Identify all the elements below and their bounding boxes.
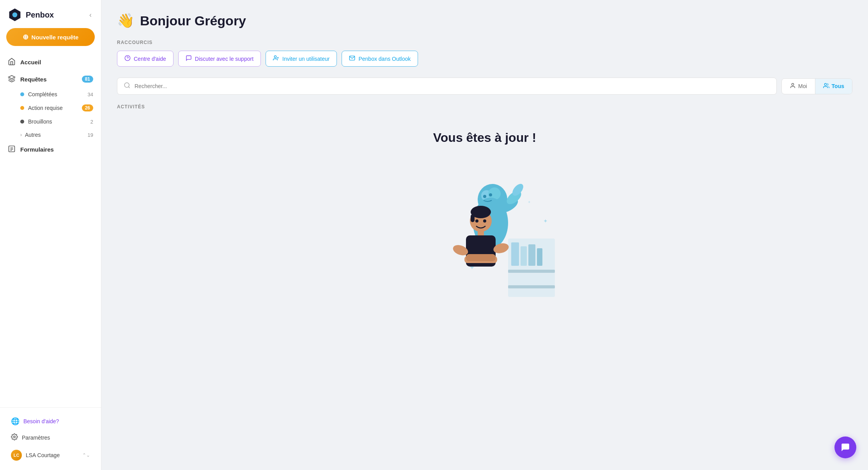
- svg-text:✦: ✦: [528, 200, 531, 204]
- shortcuts-row: Centre d'aide Discuter avec le support I…: [117, 51, 852, 67]
- help-icon: 🌐: [11, 417, 19, 426]
- penbox-logo-icon: [8, 8, 22, 22]
- svg-rect-23: [508, 285, 555, 288]
- svg-point-36: [489, 193, 492, 196]
- svg-rect-39: [471, 214, 475, 222]
- requetes-label: Requêtes: [20, 76, 82, 83]
- sidebar-item-requetes[interactable]: Requêtes 81: [3, 71, 98, 87]
- up-to-date-illustration: ✦ ✦ ✦ ✦: [403, 161, 567, 309]
- svg-point-35: [483, 195, 486, 198]
- shortcut-invite-user[interactable]: Inviter un utilisateur: [266, 51, 337, 67]
- settings-icon: [11, 433, 18, 442]
- main-content: 👋 Bonjour Grégory RACCOURCIS Centre d'ai…: [101, 0, 868, 470]
- sidebar-item-action-requise[interactable]: Action requise 26: [3, 101, 98, 115]
- svg-point-15: [792, 83, 794, 85]
- settings-label: Paramètres: [22, 435, 50, 441]
- completees-dot: [20, 92, 24, 96]
- brouillons-label: Brouillons: [28, 118, 90, 125]
- autres-label: Autres: [25, 132, 88, 138]
- help-center-icon: [124, 55, 131, 62]
- svg-rect-20: [528, 244, 535, 266]
- plus-icon: ⊕: [23, 33, 28, 41]
- svg-rect-22: [508, 270, 555, 273]
- svg-point-16: [824, 83, 826, 85]
- invite-user-icon: [273, 55, 279, 62]
- autres-count: 19: [88, 132, 93, 138]
- user-chevron-icon: ⌃⌄: [82, 452, 90, 458]
- outlook-icon: [349, 55, 355, 62]
- user-name: LSA Courtage: [26, 452, 78, 458]
- filter-tous-button[interactable]: Tous: [815, 79, 852, 94]
- filter-moi-button[interactable]: Moi: [782, 79, 815, 94]
- shortcut-chat-support[interactable]: Discuter avec le support: [178, 51, 261, 67]
- svg-point-7: [14, 436, 16, 438]
- shortcut-outlook[interactable]: Penbox dans Outlook: [342, 51, 418, 67]
- chat-support-icon: [186, 55, 192, 62]
- svg-point-13: [124, 83, 129, 87]
- svg-line-14: [128, 87, 129, 88]
- search-icon: [124, 82, 131, 90]
- logo-text: Penbox: [26, 11, 54, 19]
- logo-area: Penbox: [8, 8, 54, 22]
- action-requise-badge: 26: [82, 104, 93, 111]
- search-filter-row: Moi Tous: [117, 78, 852, 95]
- chat-support-label: Discuter avec le support: [195, 56, 253, 62]
- svg-marker-2: [9, 76, 15, 79]
- activities-label: ACTIVITÉS: [117, 104, 852, 110]
- completees-label: Complétées: [28, 91, 88, 97]
- formulaires-label: Formulaires: [20, 146, 93, 153]
- sidebar-item-accueil[interactable]: Accueil: [3, 54, 98, 70]
- svg-rect-21: [537, 248, 542, 266]
- sidebar-footer: 🌐 Besoin d'aide? Paramètres LC LSA Court…: [0, 407, 101, 470]
- page-title: 👋 Bonjour Grégory: [117, 12, 852, 29]
- accueil-label: Accueil: [20, 59, 93, 65]
- new-request-label: Nouvelle requête: [32, 34, 79, 41]
- svg-point-47: [483, 219, 486, 223]
- collapse-button[interactable]: ‹: [88, 9, 93, 21]
- nav-section: Accueil Requêtes 81 Complétées 34 Action…: [0, 54, 101, 407]
- settings-item[interactable]: Paramètres: [6, 430, 95, 445]
- user-avatar: LC: [11, 450, 22, 461]
- sidebar-item-autres[interactable]: › Autres 19: [3, 129, 98, 141]
- greeting-text: Bonjour Grégory: [140, 13, 246, 28]
- user-item[interactable]: LC LSA Courtage ⌃⌄: [6, 447, 95, 464]
- action-requise-label: Action requise: [28, 105, 82, 111]
- filter-toggle: Moi Tous: [781, 78, 852, 94]
- shortcuts-label: RACCOURCIS: [117, 40, 852, 45]
- up-to-date-text: Vous êtes à jour !: [117, 131, 852, 145]
- svg-point-10: [274, 56, 276, 58]
- file-icon: [8, 145, 16, 154]
- shortcut-help-center[interactable]: Centre d'aide: [117, 51, 174, 67]
- person-icon: [790, 83, 796, 90]
- sidebar-header: Penbox ‹: [0, 0, 101, 28]
- requetes-badge: 81: [82, 76, 93, 83]
- search-input[interactable]: [135, 83, 770, 89]
- sidebar-item-brouillons[interactable]: Brouillons 2: [3, 115, 98, 128]
- new-request-button[interactable]: ⊕ Nouvelle requête: [6, 28, 95, 46]
- brouillons-dot: [20, 120, 24, 124]
- sidebar: Penbox ‹ ⊕ Nouvelle requête Accueil: [0, 0, 101, 470]
- filter-moi-label: Moi: [798, 83, 807, 89]
- sidebar-item-completees[interactable]: Complétées 34: [3, 88, 98, 101]
- search-box: [117, 78, 777, 95]
- greeting-emoji: 👋: [117, 12, 135, 29]
- outlook-label: Penbox dans Outlook: [358, 56, 411, 62]
- chat-bubble-icon: [840, 442, 850, 452]
- invite-user-label: Inviter un utilisateur: [282, 56, 329, 62]
- chat-bubble-button[interactable]: [834, 436, 856, 458]
- sidebar-item-formulaires[interactable]: Formulaires: [3, 141, 98, 157]
- svg-point-1: [12, 12, 18, 18]
- svg-text:✦: ✦: [543, 218, 548, 224]
- svg-rect-45: [466, 254, 496, 261]
- action-requise-dot: [20, 106, 24, 110]
- svg-rect-18: [511, 242, 519, 266]
- help-label: Besoin d'aide?: [23, 418, 59, 424]
- home-icon: [8, 58, 16, 66]
- help-link[interactable]: 🌐 Besoin d'aide?: [6, 414, 95, 429]
- filter-tous-label: Tous: [832, 83, 844, 89]
- svg-rect-19: [521, 246, 527, 266]
- help-center-label: Centre d'aide: [134, 56, 166, 62]
- svg-point-46: [475, 219, 478, 223]
- chevron-right-icon: ›: [20, 132, 22, 138]
- brouillons-count: 2: [90, 119, 93, 125]
